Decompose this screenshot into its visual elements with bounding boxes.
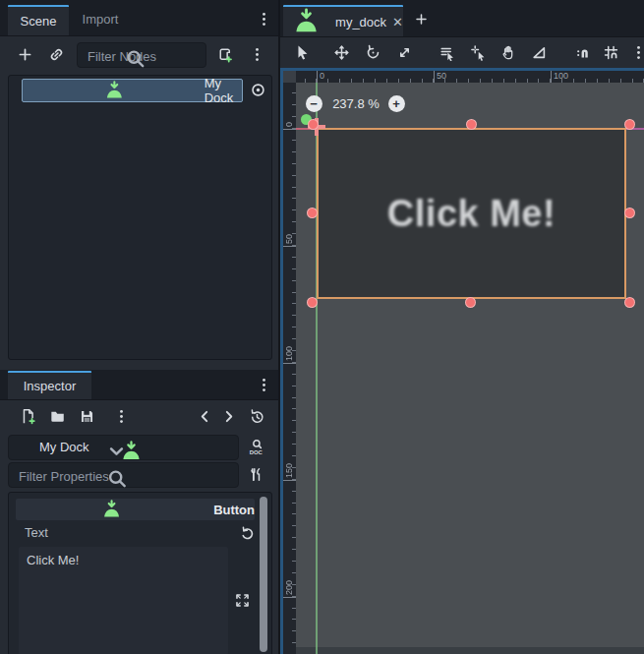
button-class-icon [16,499,207,520]
plus-icon [414,12,429,27]
instance-scene-button[interactable] [45,43,67,65]
ruler-tick [283,480,296,481]
rotate-tool-button[interactable] [362,41,383,63]
tab-import[interactable]: Import [69,5,132,33]
canvas-2d[interactable]: Click Me! − 237.8 % + [296,83,644,654]
ruler-tick [283,129,296,130]
selection-handle[interactable] [624,297,635,308]
select-tool-button[interactable] [291,41,313,63]
selection-handle[interactable] [466,119,477,130]
canvas-toolbar [280,36,644,68]
pan-tool-button[interactable] [498,41,519,63]
history-icon [249,408,265,425]
open-documentation-button[interactable] [245,436,266,457]
scene-tabbar-menu-button[interactable] [253,8,274,30]
inspector-tabbar-menu-button[interactable] [253,374,274,395]
ruler-label: 50 [437,71,446,81]
scene-toolbar-menu-button[interactable] [246,43,267,65]
selection-handle[interactable] [465,297,476,308]
ruler-label: 0 [320,71,324,81]
text-property-label: Text [25,525,48,540]
list-select-tool-button[interactable] [436,41,457,63]
move-icon [333,44,350,61]
tab-inspector[interactable]: Inspector [8,371,91,399]
scene-tabs-bar: my_dock ✕ [280,0,644,37]
save-resource-button[interactable] [76,405,97,427]
scene-dock-toolbar [0,35,278,75]
text-property-input[interactable]: Click Me! [19,547,228,654]
ruler-tool-button[interactable] [528,41,550,63]
selection-handle[interactable] [307,297,318,308]
ruler-label: 0 [284,122,294,127]
zoom-out-icon: − [310,97,318,110]
inspector-tabbar: Inspector [0,370,278,400]
filter-properties-field[interactable] [8,462,239,488]
expand-icon [234,592,251,609]
selection-handle[interactable] [624,119,635,130]
attach-script-button[interactable] [213,43,235,65]
tune-icon [248,466,264,483]
chevron-left-icon [197,408,213,425]
dots-vertical-icon [256,377,272,393]
selection-handle[interactable] [308,119,319,130]
inspector-properties-panel: Button Text Click Me! [8,492,272,654]
manage-properties-button[interactable] [245,463,266,485]
control-node-icon [31,80,198,101]
link-icon [48,46,65,63]
move-pivot-tool-button[interactable] [467,41,489,63]
close-icon[interactable]: ✕ [392,16,403,29]
new-resource-button[interactable] [17,405,38,427]
selection-handle[interactable] [624,208,635,218]
smart-snap-button[interactable] [572,41,594,63]
filter-nodes-field[interactable] [77,42,206,68]
grid-snap-icon [603,44,619,61]
scale-icon [396,44,413,61]
canvas-h-scrollbar[interactable] [296,647,644,654]
search-icon [72,47,200,71]
zoom-level-label[interactable]: 237.8 % [325,96,386,111]
select-cursor-icon [294,44,311,61]
inspector-scrollbar[interactable] [260,497,267,652]
visibility-toggle-button[interactable] [247,79,268,100]
selection-handle[interactable] [307,208,318,218]
dots-vertical-icon [113,408,130,425]
tab-my-dock-scene[interactable]: my_dock ✕ [283,5,403,36]
ruler-tick [317,71,318,83]
chevron-down-icon [2,440,231,463]
add-node-button[interactable] [14,43,35,65]
scene-tree-root-node[interactable]: My Dock [22,79,243,102]
inspector-toolbar [0,399,278,433]
scene-tree-panel: My Dock [8,75,272,360]
button-section-header[interactable]: Button [16,499,255,520]
resource-menu-button[interactable] [110,405,132,427]
edit-history-button[interactable] [246,405,267,427]
canvas-button[interactable]: Click Me! [317,128,626,299]
snap-options-menu-button[interactable] [627,41,644,63]
inspected-node-dropdown[interactable]: My Dock [8,435,239,460]
tab-inspector-label: Inspector [24,379,76,393]
search-icon [3,467,232,491]
zoom-in-button[interactable]: + [388,95,405,112]
magnet-icon [575,44,592,61]
tab-scene[interactable]: Scene [8,5,69,35]
revert-property-button[interactable] [236,522,258,544]
move-tool-button[interactable] [330,41,352,63]
grid-snap-button[interactable] [600,41,621,63]
ruler-label: 100 [284,346,294,361]
expand-textarea-button[interactable] [231,589,253,611]
ruler-tick [283,246,296,247]
ruler-label: 100 [554,71,568,81]
load-resource-button[interactable] [46,405,68,427]
history-forward-button[interactable] [217,405,239,427]
new-scene-tab-button[interactable] [410,8,432,30]
ruler-tick [283,363,296,364]
horizontal-ruler: 0 50 100 [296,71,644,83]
ruler-corner [283,71,296,83]
tab-scene-label: Scene [21,14,57,29]
scene-dock-tabbar: Scene Import [0,0,278,36]
scale-tool-button[interactable] [393,41,415,63]
doc-search-icon [248,439,264,455]
history-back-button[interactable] [194,405,215,427]
zoom-out-button[interactable]: − [306,95,322,112]
ruler-tick [283,597,296,598]
